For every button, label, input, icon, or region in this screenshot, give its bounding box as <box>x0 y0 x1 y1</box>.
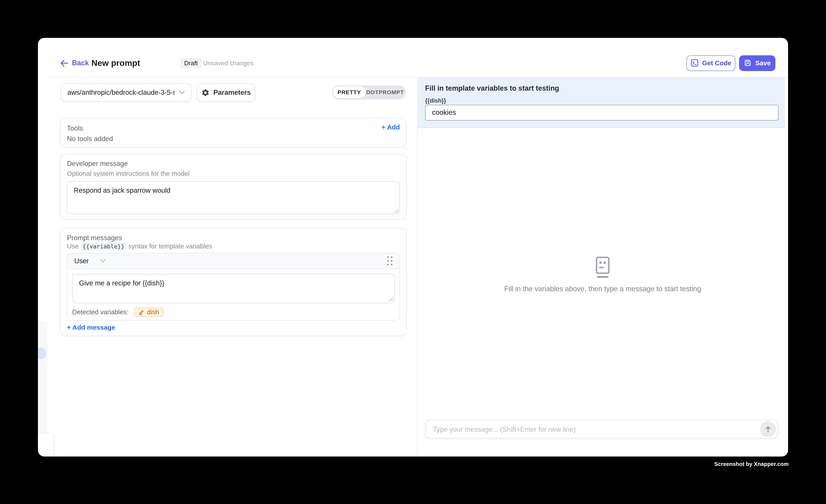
role-selector[interactable]: User <box>74 257 106 265</box>
status-badge: Draft <box>180 58 201 68</box>
parameters-button[interactable]: Parameters <box>196 83 255 102</box>
hint-suffix: syntax for template variables <box>126 243 212 250</box>
arrow-left-icon <box>60 59 68 67</box>
drag-handle-icon[interactable] <box>387 256 392 265</box>
unsaved-changes-text: Unsaved changes <box>203 60 254 67</box>
toggle-option-dotprompt[interactable]: DOTPROMPT <box>365 86 405 98</box>
chat-message-input[interactable] <box>425 420 760 438</box>
model-selector-value: aws/anthropic/bedrock-claude-3-5-s... <box>67 88 175 96</box>
sidebar-sliver <box>38 321 47 433</box>
save-label: Save <box>755 59 771 67</box>
tools-title: Tools <box>67 124 83 132</box>
message-content-textarea[interactable]: Give me a recipe for {{dish}} <box>72 273 395 303</box>
get-code-label: Get Code <box>702 59 731 67</box>
chat-input-container <box>425 420 778 439</box>
developer-message-hint: Optional system instructions for the mod… <box>67 170 189 177</box>
sidebar-bottom-card <box>38 433 54 456</box>
tester-empty-state-text: Fill in the variables above, then type a… <box>417 285 788 293</box>
variable-value-input[interactable] <box>425 105 778 121</box>
send-button[interactable] <box>760 421 776 437</box>
get-code-button[interactable]: Get Code <box>686 55 735 71</box>
role-selector-value: User <box>74 257 89 265</box>
page-title: New prompt <box>92 58 140 68</box>
app-window: Back New prompt Draft Unsaved changes Ge… <box>38 38 788 456</box>
back-label: Back <box>72 59 89 67</box>
toggle-option-pretty[interactable]: PRETTY <box>333 86 365 98</box>
terminal-icon <box>691 59 698 67</box>
back-button[interactable]: Back <box>60 58 89 68</box>
prompt-message-item: User Give me a recipe for {{dish}} <box>67 253 400 321</box>
model-selector[interactable]: aws/anthropic/bedrock-claude-3-5-s... <box>61 83 192 102</box>
detected-variables-row: Detected variables: dish <box>72 308 164 317</box>
watermark-text: Screenshot by Xnapper.com <box>714 460 788 467</box>
developer-message-textarea[interactable]: Respond as jack sparrow would <box>67 181 400 214</box>
panel-divider <box>417 77 418 456</box>
tools-empty-text: No tools added <box>67 135 113 143</box>
screenshot-stage: Back New prompt Draft Unsaved changes Ge… <box>0 0 826 504</box>
save-icon <box>744 59 752 67</box>
variable-chip-dish[interactable]: dish <box>134 308 164 317</box>
variable-chip-label: dish <box>147 309 159 316</box>
prompt-messages-title: Prompt messages <box>67 234 122 242</box>
add-tool-button[interactable]: + Add <box>381 124 400 131</box>
gear-icon <box>201 88 210 97</box>
template-variables-panel: Fill in template variables to start test… <box>418 77 785 128</box>
message-header: User <box>67 253 399 269</box>
prompt-messages-hint: Use {{variable}} syntax for template var… <box>67 243 212 250</box>
save-button[interactable]: Save <box>739 55 775 71</box>
view-mode-toggle: PRETTY DOTPROMPT <box>332 85 406 99</box>
resize-grip-icon[interactable] <box>394 208 399 213</box>
variable-syntax-chip: {{variable}} <box>80 243 126 251</box>
sidebar-active-item[interactable] <box>38 348 46 359</box>
add-message-button[interactable]: + Add message <box>67 324 115 331</box>
developer-message-title: Developer message <box>67 160 128 167</box>
parameters-label: Parameters <box>214 88 251 96</box>
variable-name-label: {{dish}} <box>425 97 446 104</box>
variables-panel-title: Fill in template variables to start test… <box>425 84 559 92</box>
resize-grip-icon[interactable] <box>389 297 393 302</box>
tools-card: Tools + Add No tools added <box>60 118 407 147</box>
chevron-down-icon <box>100 259 106 263</box>
chevron-down-icon <box>179 90 185 94</box>
robot-face-icon <box>592 256 613 279</box>
arrow-up-icon <box>764 425 771 433</box>
hint-prefix: Use <box>67 243 80 250</box>
edit-pencil-icon <box>138 309 144 315</box>
developer-message-card: Developer message Optional system instru… <box>60 154 407 219</box>
detected-variables-label: Detected variables: <box>72 309 128 316</box>
prompt-messages-card: Prompt messages Use {{variable}} syntax … <box>60 228 407 336</box>
